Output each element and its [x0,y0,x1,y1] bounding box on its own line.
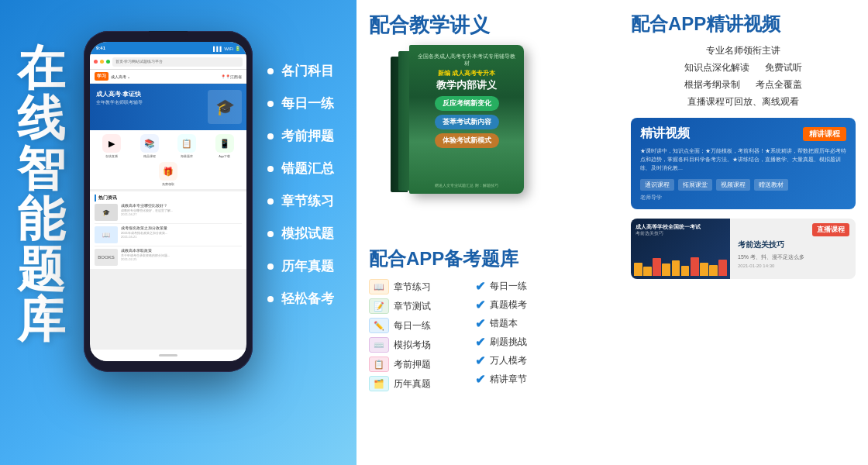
phone-icon-free[interactable]: 🎁 免费领取 [159,162,177,186]
feature-item-subjects: 各门科目 [267,62,334,80]
badge-1: 反应考纲新变化 [435,96,499,111]
phone-url: 首页-学习网站试题练习平台 [115,60,164,64]
feature-item-pretest: 考前押题 [267,127,334,145]
phone-logo: 学习 [95,72,108,81]
video-card-badge: 精讲课程 [803,127,846,141]
prep-right-challenge: ✔ 刷题挑战 [475,335,575,350]
prep-chapter-test: 📝 章节测试 [369,298,469,314]
phone-location: 📍📍江西省 [221,74,242,79]
app-prep-section: 配合APP备考题库 📖 章节练习 📝 章节测试 ✏️ 每日一练 ⌨️ 模拟考场 … [369,246,574,391]
prep-history: 🗂️ 历年真题 [369,376,469,391]
video-card: 精讲视频 精讲课程 ★课时讲中，知识点全面；★万能模板，考前利器！★系统精讲，帮… [631,118,856,209]
phone-signal: ▌▌▌ WiFi 🔋 [213,46,240,51]
phone-account: 成人高考 ⌄ [111,74,130,79]
live-card: 成人高等学校全国统一考试 考前选关技巧 直播课程 考前选关技巧 15% 考、抖、… [631,219,856,279]
prep-chapter-practice: 📖 章节练习 [369,279,469,294]
news-item-2: 📖 成考报名政策之加分政策量 2021年成考报名政策之加分政策... 2021-… [95,226,242,246]
feature-item-history: 历年真题 [267,257,334,275]
prep-pre-exam: 📋 考前押题 [369,356,469,372]
badge-3: 体验考试新模式 [435,133,499,148]
live-badge: 直播课程 [812,223,849,236]
prep-daily: ✏️ 每日一练 [369,318,469,333]
prep-mock-exam: ⌨️ 模拟考场 [369,337,469,353]
phone-icon-questions[interactable]: 📋 海量题库 [169,134,205,158]
prep-right-daily: ✔ 每日一练 [475,279,575,294]
feature-item-mock: 模拟试题 [267,225,334,243]
video-card-desc: ★课时讲中，知识点全面；★万能模板，考前利器！★系统精讲，帮数把握历年必考特点和… [640,146,846,173]
video-card-tags: 通识课程 拓展课堂 视频课程 赠送教材 [640,179,846,191]
video-section: 配合APP精讲视频 专业名师领衔主讲 知识点深化解读 免费试听 根据考纲录制 考… [631,12,856,279]
news-item-3: BOOKS 成教高本录取政策 关于申请考生录取资格的部分问题... 2021-0… [95,249,242,266]
phone-mockup: 9:41 ▌▌▌ WiFi 🔋 首页-学习网站试题练习平台 学习 成人高考 ⌄ [84,31,253,372]
prep-right-real: ✔ 真题模考 [475,298,575,312]
bullet-dot [267,68,274,74]
features-list: 各门科目 每日一练 考前押题 错题汇总 章节练习 模拟试题 历年真题 轻松备考 [267,62,334,308]
news-section-title: 热门资讯 [95,195,242,202]
phone-icon-app[interactable]: 📱 App下载 [207,134,243,158]
phone-icon-courses[interactable]: 📚 精品课程 [132,134,168,158]
feature-item-daily: 每日一练 [267,95,334,112]
feature-item-easy: 轻松备考 [267,290,334,308]
prep-right-error: ✔ 错题本 [475,316,575,331]
video-features: 专业名师领衔主讲 知识点深化解读 免费试听 根据考纲录制 考点全覆盖 直播课程可… [631,44,856,108]
prep-right-10k: ✔ 万人模考 [475,353,575,368]
feature-item-chapters: 章节练习 [267,192,334,210]
teaching-section: 配合教学讲义 全国各类成人高考专升本考试专用辅导教材 新编 成人高考专升本 教学… [369,12,574,208]
phone-banner-icon: 🎓 [208,90,242,124]
phone-time: 9:41 [96,46,105,50]
prep-right-lecture: ✔ 精讲章节 [475,372,575,387]
badge-2: 荟萃考试新内容 [435,115,499,129]
book-display: 全国各类成人高考专升本考试专用辅导教材 新编 成人高考专升本 教学内部讲义 反应… [369,45,574,208]
news-item-1: 🎓 成教高本专业哪些比较好？ 成教的专业哪些比较好，在这里了解... 2021-… [95,204,242,224]
phone-icon-livestream[interactable]: ▶ 在线直播 [94,134,130,158]
teaching-header: 配合教学讲义 [369,12,574,39]
app-prep-header: 配合APP备考题库 [369,246,574,271]
main-title: 在 线 智 能 题 库 [17,43,65,346]
feature-item-errors: 错题汇总 [267,160,334,177]
video-header: 配合APP精讲视频 [631,12,856,36]
